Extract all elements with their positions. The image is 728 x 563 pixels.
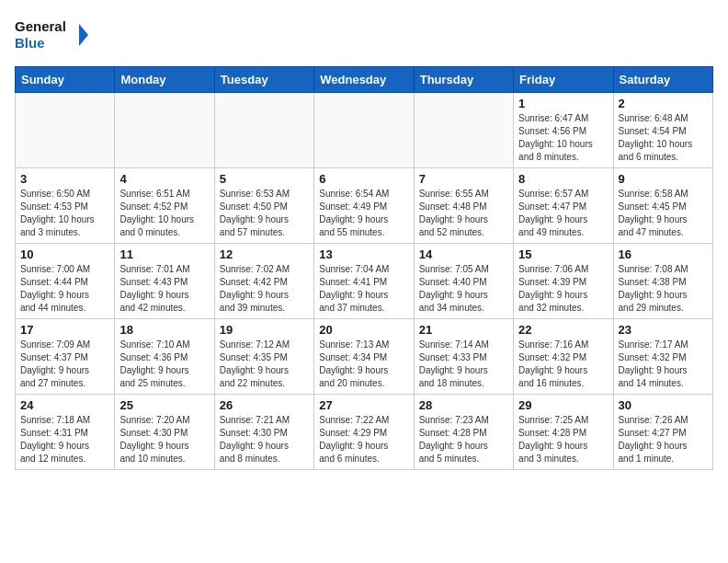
day-info: Sunrise: 6:53 AM Sunset: 4:50 PM Dayligh…: [220, 188, 309, 239]
day-info: Sunrise: 7:18 AM Sunset: 4:31 PM Dayligh…: [20, 414, 109, 465]
calendar-cell: 6Sunrise: 6:54 AM Sunset: 4:49 PM Daylig…: [314, 168, 414, 244]
day-info: Sunrise: 7:20 AM Sunset: 4:30 PM Dayligh…: [119, 414, 209, 465]
svg-text:Blue: Blue: [15, 35, 45, 51]
day-info: Sunrise: 6:57 AM Sunset: 4:47 PM Dayligh…: [518, 188, 608, 239]
calendar-cell: 3Sunrise: 6:50 AM Sunset: 4:53 PM Daylig…: [16, 168, 115, 244]
day-info: Sunrise: 7:12 AM Sunset: 4:35 PM Dayligh…: [220, 339, 309, 390]
calendar-cell: 13Sunrise: 7:04 AM Sunset: 4:41 PM Dayli…: [314, 244, 414, 319]
day-info: Sunrise: 7:06 AM Sunset: 4:39 PM Dayligh…: [518, 263, 608, 315]
day-number: 14: [419, 247, 508, 261]
weekday-header-friday: Friday: [514, 67, 613, 93]
day-info: Sunrise: 6:47 AM Sunset: 4:56 PM Dayligh…: [518, 112, 608, 164]
day-number: 15: [518, 247, 608, 261]
calendar-cell: 5Sunrise: 6:53 AM Sunset: 4:50 PM Daylig…: [214, 168, 313, 244]
calendar-week-2: 3Sunrise: 6:50 AM Sunset: 4:53 PM Daylig…: [16, 168, 713, 244]
day-number: 18: [119, 323, 209, 337]
calendar-cell: [414, 93, 513, 168]
day-number: 10: [20, 247, 109, 261]
logo: General Blue: [15, 15, 88, 55]
calendar-cell: 15Sunrise: 7:06 AM Sunset: 4:39 PM Dayli…: [514, 244, 613, 319]
day-info: Sunrise: 6:54 AM Sunset: 4:49 PM Dayligh…: [319, 188, 408, 239]
calendar-cell: 16Sunrise: 7:08 AM Sunset: 4:38 PM Dayli…: [613, 244, 712, 319]
calendar-cell: 28Sunrise: 7:23 AM Sunset: 4:28 PM Dayli…: [414, 395, 513, 470]
svg-text:General: General: [15, 18, 66, 34]
calendar-cell: [314, 93, 414, 168]
calendar-cell: 29Sunrise: 7:25 AM Sunset: 4:28 PM Dayli…: [514, 395, 613, 470]
day-number: 23: [619, 323, 708, 337]
day-number: 22: [518, 323, 608, 337]
day-number: 17: [20, 323, 109, 337]
day-number: 30: [619, 398, 708, 412]
calendar-cell: [16, 93, 115, 168]
calendar-table: SundayMondayTuesdayWednesdayThursdayFrid…: [15, 66, 713, 470]
day-number: 4: [119, 172, 209, 186]
weekday-header-tuesday: Tuesday: [214, 67, 313, 93]
day-info: Sunrise: 7:25 AM Sunset: 4:28 PM Dayligh…: [518, 414, 608, 465]
calendar-week-3: 10Sunrise: 7:00 AM Sunset: 4:44 PM Dayli…: [16, 244, 713, 319]
day-info: Sunrise: 7:02 AM Sunset: 4:42 PM Dayligh…: [220, 263, 309, 315]
day-info: Sunrise: 7:10 AM Sunset: 4:36 PM Dayligh…: [119, 339, 209, 390]
day-info: Sunrise: 6:58 AM Sunset: 4:45 PM Dayligh…: [619, 188, 708, 239]
calendar-cell: [214, 93, 313, 168]
calendar-cell: 2Sunrise: 6:48 AM Sunset: 4:54 PM Daylig…: [613, 93, 712, 168]
day-info: Sunrise: 7:22 AM Sunset: 4:29 PM Dayligh…: [319, 414, 408, 465]
day-info: Sunrise: 7:00 AM Sunset: 4:44 PM Dayligh…: [20, 263, 109, 315]
calendar-cell: 14Sunrise: 7:05 AM Sunset: 4:40 PM Dayli…: [414, 244, 513, 319]
calendar-cell: [115, 93, 214, 168]
day-number: 26: [220, 398, 309, 412]
calendar-cell: 19Sunrise: 7:12 AM Sunset: 4:35 PM Dayli…: [214, 319, 313, 395]
weekday-header-monday: Monday: [115, 67, 214, 93]
calendar-cell: 4Sunrise: 6:51 AM Sunset: 4:52 PM Daylig…: [115, 168, 214, 244]
calendar-cell: 1Sunrise: 6:47 AM Sunset: 4:56 PM Daylig…: [514, 93, 613, 168]
calendar-cell: 18Sunrise: 7:10 AM Sunset: 4:36 PM Dayli…: [115, 319, 214, 395]
day-number: 29: [518, 398, 608, 412]
weekday-header-thursday: Thursday: [414, 67, 513, 93]
day-number: 25: [119, 398, 209, 412]
calendar-cell: 20Sunrise: 7:13 AM Sunset: 4:34 PM Dayli…: [314, 319, 414, 395]
day-number: 21: [419, 323, 508, 337]
calendar-cell: 10Sunrise: 7:00 AM Sunset: 4:44 PM Dayli…: [16, 244, 115, 319]
day-info: Sunrise: 7:08 AM Sunset: 4:38 PM Dayligh…: [619, 263, 708, 315]
calendar-cell: 7Sunrise: 6:55 AM Sunset: 4:48 PM Daylig…: [414, 168, 513, 244]
day-info: Sunrise: 7:04 AM Sunset: 4:41 PM Dayligh…: [319, 263, 408, 315]
day-number: 28: [419, 398, 508, 412]
header: General Blue: [15, 15, 713, 55]
day-number: 16: [619, 247, 708, 261]
calendar-cell: 27Sunrise: 7:22 AM Sunset: 4:29 PM Dayli…: [314, 395, 414, 470]
logo-svg: General Blue: [15, 15, 88, 55]
weekday-header-saturday: Saturday: [613, 67, 712, 93]
calendar-cell: 11Sunrise: 7:01 AM Sunset: 4:43 PM Dayli…: [115, 244, 214, 319]
day-number: 2: [619, 97, 708, 110]
weekday-header-wednesday: Wednesday: [314, 67, 414, 93]
day-number: 3: [20, 172, 109, 186]
day-info: Sunrise: 7:23 AM Sunset: 4:28 PM Dayligh…: [419, 414, 508, 465]
day-info: Sunrise: 6:50 AM Sunset: 4:53 PM Dayligh…: [20, 188, 109, 239]
day-number: 6: [319, 172, 408, 186]
day-number: 20: [319, 323, 408, 337]
day-number: 24: [20, 398, 109, 412]
day-number: 8: [518, 172, 608, 186]
calendar-cell: 25Sunrise: 7:20 AM Sunset: 4:30 PM Dayli…: [115, 395, 214, 470]
calendar-cell: 23Sunrise: 7:17 AM Sunset: 4:32 PM Dayli…: [613, 319, 712, 395]
calendar-cell: 24Sunrise: 7:18 AM Sunset: 4:31 PM Dayli…: [16, 395, 115, 470]
day-info: Sunrise: 7:26 AM Sunset: 4:27 PM Dayligh…: [619, 414, 708, 465]
calendar-cell: 9Sunrise: 6:58 AM Sunset: 4:45 PM Daylig…: [613, 168, 712, 244]
day-number: 5: [220, 172, 309, 186]
day-number: 27: [319, 398, 408, 412]
weekday-header-sunday: Sunday: [16, 67, 115, 93]
day-number: 7: [419, 172, 508, 186]
weekday-header-row: SundayMondayTuesdayWednesdayThursdayFrid…: [16, 67, 713, 93]
calendar-cell: 22Sunrise: 7:16 AM Sunset: 4:32 PM Dayli…: [514, 319, 613, 395]
day-info: Sunrise: 7:14 AM Sunset: 4:33 PM Dayligh…: [419, 339, 508, 390]
day-info: Sunrise: 6:48 AM Sunset: 4:54 PM Dayligh…: [619, 112, 708, 164]
calendar-week-4: 17Sunrise: 7:09 AM Sunset: 4:37 PM Dayli…: [16, 319, 713, 395]
day-info: Sunrise: 6:55 AM Sunset: 4:48 PM Dayligh…: [419, 188, 508, 239]
day-info: Sunrise: 7:13 AM Sunset: 4:34 PM Dayligh…: [319, 339, 408, 390]
day-number: 19: [220, 323, 309, 337]
calendar-cell: 21Sunrise: 7:14 AM Sunset: 4:33 PM Dayli…: [414, 319, 513, 395]
day-info: Sunrise: 7:05 AM Sunset: 4:40 PM Dayligh…: [419, 263, 508, 315]
day-info: Sunrise: 7:17 AM Sunset: 4:32 PM Dayligh…: [619, 339, 708, 390]
calendar-cell: 12Sunrise: 7:02 AM Sunset: 4:42 PM Dayli…: [214, 244, 313, 319]
day-info: Sunrise: 7:21 AM Sunset: 4:30 PM Dayligh…: [220, 414, 309, 465]
day-info: Sunrise: 7:16 AM Sunset: 4:32 PM Dayligh…: [518, 339, 608, 390]
